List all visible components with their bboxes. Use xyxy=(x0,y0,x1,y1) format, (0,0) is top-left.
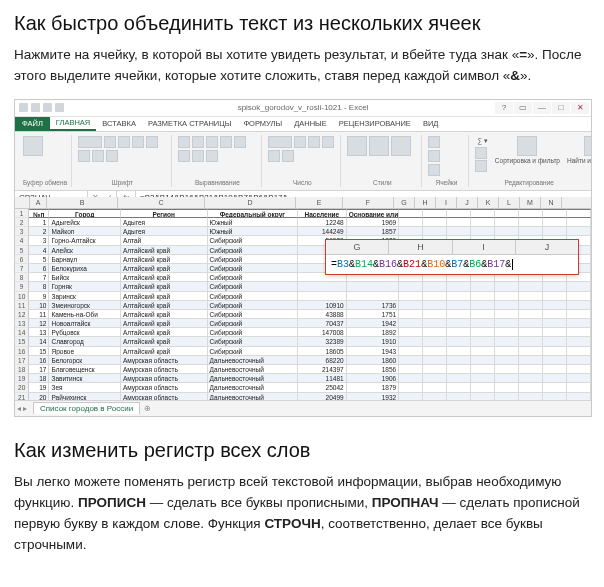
cell[interactable]: 214397 xyxy=(298,365,347,374)
cell[interactable] xyxy=(519,383,543,392)
cell[interactable]: 1892 xyxy=(347,328,399,337)
cell[interactable]: Алтайский край xyxy=(121,301,208,310)
cell[interactable]: Камень-на-Оби xyxy=(49,310,120,319)
cell[interactable]: Южный xyxy=(208,218,298,227)
row-header[interactable]: 20 xyxy=(15,383,29,392)
worksheet[interactable]: A B C D E F G H I J K L M N 1№пГородРеги… xyxy=(15,197,591,400)
cell[interactable] xyxy=(447,209,471,218)
cell[interactable] xyxy=(567,337,591,346)
cell[interactable] xyxy=(447,383,471,392)
sheet-nav-icons[interactable]: ◂ ▸ xyxy=(17,404,27,413)
cell[interactable] xyxy=(423,356,447,365)
cell[interactable] xyxy=(567,282,591,291)
cell[interactable] xyxy=(471,310,495,319)
cell[interactable]: 20 xyxy=(29,393,49,400)
cell[interactable] xyxy=(423,328,447,337)
cell[interactable]: Благовещенск xyxy=(49,365,120,374)
cell[interactable]: 1 xyxy=(29,218,49,227)
comma-icon[interactable] xyxy=(322,136,334,148)
cell[interactable] xyxy=(447,218,471,227)
cell[interactable]: 10 xyxy=(29,301,49,310)
cell[interactable]: Алтайский край xyxy=(121,292,208,301)
cell[interactable]: 15 xyxy=(29,347,49,356)
cell[interactable]: 43888 xyxy=(298,310,347,319)
cell[interactable] xyxy=(471,347,495,356)
cell[interactable]: Население xyxy=(298,209,347,218)
cell[interactable] xyxy=(399,282,423,291)
cell[interactable] xyxy=(447,227,471,236)
cell[interactable]: Зея xyxy=(49,383,120,392)
cell[interactable]: Сибирский xyxy=(208,292,298,301)
cell[interactable] xyxy=(495,218,519,227)
cell[interactable] xyxy=(471,383,495,392)
cell[interactable] xyxy=(447,337,471,346)
col-header[interactable]: B xyxy=(47,197,118,208)
cell[interactable] xyxy=(447,319,471,328)
cell[interactable] xyxy=(519,209,543,218)
cell[interactable] xyxy=(519,282,543,291)
cell[interactable] xyxy=(399,301,423,310)
row-header[interactable]: 2 xyxy=(15,218,29,227)
col-header[interactable]: E xyxy=(296,197,343,208)
paste-icon[interactable] xyxy=(23,136,43,156)
col-header[interactable]: G xyxy=(394,197,415,208)
cell[interactable] xyxy=(423,292,447,301)
cell[interactable] xyxy=(519,347,543,356)
cell[interactable] xyxy=(447,365,471,374)
cell[interactable] xyxy=(495,282,519,291)
row-header[interactable]: 5 xyxy=(15,246,29,255)
cell[interactable]: Яровое xyxy=(49,347,120,356)
cell[interactable] xyxy=(567,292,591,301)
cell[interactable] xyxy=(519,301,543,310)
cell[interactable]: Алтайский край xyxy=(121,246,208,255)
cell[interactable] xyxy=(471,282,495,291)
cell[interactable] xyxy=(543,209,567,218)
cell[interactable] xyxy=(495,209,519,218)
increase-decimal-icon[interactable] xyxy=(268,150,280,162)
cell[interactable] xyxy=(447,347,471,356)
col-header[interactable]: A xyxy=(30,197,47,208)
cell[interactable] xyxy=(399,356,423,365)
cell[interactable] xyxy=(399,383,423,392)
cell[interactable]: 1943 xyxy=(347,347,399,356)
cell[interactable] xyxy=(399,328,423,337)
cell[interactable] xyxy=(519,393,543,400)
cell[interactable] xyxy=(495,374,519,383)
cell[interactable] xyxy=(519,319,543,328)
cell[interactable] xyxy=(543,374,567,383)
cell[interactable] xyxy=(543,365,567,374)
align-middle-icon[interactable] xyxy=(192,136,204,148)
cell[interactable]: Амурская область xyxy=(121,374,208,383)
cell[interactable]: Город xyxy=(49,209,120,218)
select-all-corner[interactable] xyxy=(15,197,30,208)
cell[interactable] xyxy=(471,356,495,365)
cell[interactable] xyxy=(519,337,543,346)
font-size-dropdown[interactable] xyxy=(104,136,116,148)
row-header[interactable]: 15 xyxy=(15,337,29,346)
tab-home[interactable]: ГЛАВНАЯ xyxy=(50,117,96,131)
cell[interactable] xyxy=(399,374,423,383)
format-cells-icon[interactable] xyxy=(428,164,440,176)
cell[interactable] xyxy=(423,337,447,346)
cell[interactable] xyxy=(423,365,447,374)
cell[interactable] xyxy=(567,383,591,392)
cell[interactable] xyxy=(423,310,447,319)
row-header[interactable]: 11 xyxy=(15,301,29,310)
cell[interactable]: Славгород xyxy=(49,337,120,346)
cell[interactable]: 1942 xyxy=(347,319,399,328)
cell[interactable]: Основание или первое упоминание xyxy=(347,209,399,218)
row-header[interactable]: 8 xyxy=(15,273,29,282)
row-header[interactable]: 19 xyxy=(15,374,29,383)
cell[interactable] xyxy=(471,209,495,218)
cell[interactable] xyxy=(471,301,495,310)
cell[interactable]: 68220 xyxy=(298,356,347,365)
cell[interactable] xyxy=(519,227,543,236)
cell[interactable]: №п xyxy=(29,209,49,218)
cell[interactable] xyxy=(423,319,447,328)
cell[interactable] xyxy=(519,310,543,319)
cell[interactable] xyxy=(471,393,495,400)
cell[interactable]: 1910 xyxy=(347,337,399,346)
maximize-button[interactable]: □ xyxy=(552,102,570,114)
cell[interactable] xyxy=(447,310,471,319)
merge-icon[interactable] xyxy=(206,150,218,162)
